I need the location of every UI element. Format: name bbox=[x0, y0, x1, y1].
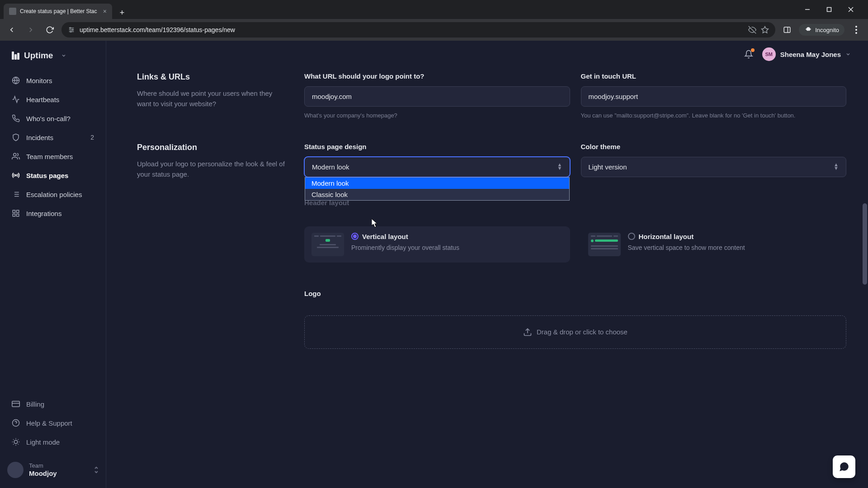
contact-url-input[interactable] bbox=[581, 86, 847, 107]
notifications-button[interactable] bbox=[744, 50, 753, 59]
svg-rect-27 bbox=[13, 210, 15, 212]
svg-point-7 bbox=[70, 28, 71, 29]
scrollbar[interactable] bbox=[862, 81, 868, 488]
theme-select[interactable]: Light version ▲▼ bbox=[581, 157, 847, 177]
section-title: Personalization bbox=[137, 143, 286, 152]
chevron-down-icon bbox=[61, 53, 66, 58]
svg-rect-29 bbox=[17, 214, 19, 216]
eye-off-icon[interactable] bbox=[748, 26, 756, 34]
address-bar[interactable]: uptime.betterstack.com/team/192396/statu… bbox=[61, 22, 775, 38]
design-dropdown: Modern look Classic look bbox=[305, 177, 570, 201]
nav-list: Monitors Heartbeats Who's on-call? Incid… bbox=[0, 71, 106, 395]
sidebar-item-label: Status pages bbox=[26, 172, 68, 179]
globe-icon bbox=[12, 76, 20, 84]
phone-icon bbox=[12, 114, 20, 122]
user-name: Sheena May Jones bbox=[780, 51, 841, 58]
sidebar-bottom: Billing Help & Support Light mode bbox=[0, 395, 106, 451]
sun-icon bbox=[12, 438, 20, 446]
svg-rect-28 bbox=[17, 210, 19, 212]
tab-close-icon[interactable]: × bbox=[103, 8, 107, 15]
user-menu[interactable]: SM Sheena May Jones bbox=[762, 47, 851, 61]
theme-label: Color theme bbox=[581, 143, 847, 150]
browser-menu-button[interactable] bbox=[849, 23, 863, 37]
team-name: Moodjoy bbox=[29, 469, 57, 478]
layout-options: Vertical layout Prominently display your… bbox=[304, 226, 846, 263]
broadcast-icon bbox=[12, 171, 20, 179]
svg-point-35 bbox=[14, 440, 18, 444]
dropdown-option-modern[interactable]: Modern look bbox=[305, 178, 569, 189]
credit-card-icon bbox=[12, 400, 20, 408]
chat-icon bbox=[838, 461, 850, 473]
new-tab-button[interactable]: + bbox=[116, 6, 128, 19]
layout-desc: Prominently display your overall status bbox=[351, 243, 563, 252]
site-settings-icon[interactable] bbox=[68, 26, 75, 33]
logo-url-input[interactable] bbox=[304, 86, 570, 107]
reload-button[interactable] bbox=[42, 23, 57, 37]
tab-bar: Create status page | Better Stac × + bbox=[0, 0, 868, 19]
topbar: SM Sheena May Jones bbox=[106, 41, 868, 68]
grid-icon bbox=[12, 209, 20, 217]
sidebar-item-light-mode[interactable]: Light mode bbox=[5, 433, 101, 451]
brand-logo-icon bbox=[12, 52, 19, 60]
svg-line-38 bbox=[13, 439, 14, 440]
svg-rect-1 bbox=[827, 8, 831, 12]
browser-tab[interactable]: Create status page | Better Stac × bbox=[4, 4, 112, 19]
main: SM Sheena May Jones Links & URLs Where s… bbox=[106, 41, 868, 488]
dropzone-text: Drag & drop or click to choose bbox=[537, 328, 627, 336]
layout-preview-vertical bbox=[311, 233, 344, 256]
sidebar-item-heartbeats[interactable]: Heartbeats bbox=[5, 90, 101, 108]
svg-point-14 bbox=[855, 26, 857, 28]
chat-widget-button[interactable] bbox=[833, 455, 855, 478]
design-select[interactable]: Modern look ▲▼ Modern look Classic look bbox=[304, 157, 570, 177]
maximize-button[interactable] bbox=[821, 3, 837, 16]
sidebar-item-integrations[interactable]: Integrations bbox=[5, 204, 101, 222]
layout-option-vertical[interactable]: Vertical layout Prominently display your… bbox=[304, 226, 570, 263]
close-window-button[interactable] bbox=[843, 3, 859, 16]
sidebar-item-label: Team members bbox=[26, 153, 73, 160]
svg-line-39 bbox=[18, 444, 19, 445]
svg-rect-12 bbox=[784, 27, 790, 33]
scrollbar-thumb[interactable] bbox=[863, 203, 867, 285]
section-personalization: Personalization Upload your logo to pers… bbox=[137, 143, 846, 349]
sidebar-item-incidents[interactable]: Incidents 2 bbox=[5, 128, 101, 146]
notification-dot bbox=[751, 48, 755, 52]
sidebar-item-team-members[interactable]: Team members bbox=[5, 147, 101, 165]
layout-name: Horizontal layout bbox=[639, 233, 694, 240]
forward-button[interactable] bbox=[24, 23, 38, 37]
contact-url-label: Get in touch URL bbox=[581, 72, 847, 80]
window-controls bbox=[794, 0, 864, 19]
layout-preview-horizontal bbox=[588, 233, 621, 256]
svg-point-9 bbox=[70, 31, 71, 33]
sidebar-item-billing[interactable]: Billing bbox=[5, 395, 101, 413]
sidebar-item-escalation[interactable]: Escalation policies bbox=[5, 185, 101, 203]
logo-dropzone[interactable]: Drag & drop or click to choose bbox=[304, 315, 846, 349]
sidebar-item-status-pages[interactable]: Status pages bbox=[5, 166, 101, 184]
layout-option-horizontal[interactable]: Horizontal layout Save vertical space to… bbox=[581, 226, 847, 263]
app: Uptime Monitors Heartbeats Who's on-call… bbox=[0, 41, 868, 488]
sidebar-item-label: Escalation policies bbox=[26, 191, 82, 198]
svg-marker-11 bbox=[762, 27, 769, 33]
tab-title: Create status page | Better Stac bbox=[20, 8, 97, 14]
dropdown-option-classic[interactable]: Classic look bbox=[305, 189, 569, 200]
sidebar-item-label: Integrations bbox=[26, 210, 61, 217]
sidebar-item-help[interactable]: Help & Support bbox=[5, 414, 101, 432]
team-switcher[interactable]: Team Moodjoy bbox=[0, 455, 106, 483]
design-label: Status page design bbox=[304, 143, 570, 150]
section-desc: Where should we point your users when th… bbox=[137, 88, 286, 109]
sidebar-item-oncall[interactable]: Who's on-call? bbox=[5, 109, 101, 127]
minimize-button[interactable] bbox=[799, 3, 816, 16]
incognito-badge[interactable]: Incognito bbox=[799, 24, 844, 36]
upload-icon bbox=[523, 328, 532, 337]
side-panel-icon[interactable] bbox=[780, 23, 794, 37]
users-icon bbox=[12, 152, 20, 160]
sidebar-item-label: Incidents bbox=[26, 134, 53, 141]
browser-chrome: Create status page | Better Stac × + upt… bbox=[0, 0, 868, 41]
content: Links & URLs Where should we point your … bbox=[106, 68, 868, 488]
sidebar-item-monitors[interactable]: Monitors bbox=[5, 71, 101, 89]
bookmark-star-icon[interactable] bbox=[761, 26, 769, 34]
brand-switcher[interactable]: Uptime bbox=[0, 51, 106, 71]
design-value: Modern look bbox=[312, 163, 349, 171]
sidebar-item-label: Light mode bbox=[26, 438, 60, 446]
section-title: Links & URLs bbox=[137, 72, 286, 82]
back-button[interactable] bbox=[5, 23, 19, 37]
